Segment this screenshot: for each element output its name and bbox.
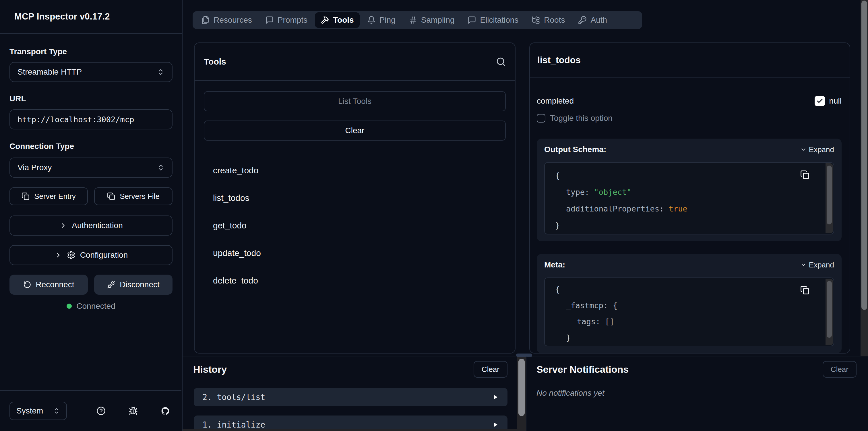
servers-file-button[interactable]: Servers File (94, 187, 173, 205)
connection-type-select[interactable]: Via Proxy (9, 157, 173, 178)
null-checkbox[interactable] (815, 96, 825, 106)
tools-panel-body: List Tools Clear create_todolist_todosge… (195, 81, 515, 295)
clear-tools-button[interactable]: Clear (204, 121, 506, 141)
sidebar: MCP Inspector v0.17.2 Transport Type Str… (0, 0, 183, 431)
tab-auth[interactable]: Auth (572, 12, 613, 28)
meta-expand-button[interactable]: Expand (800, 260, 834, 270)
connection-type-value: Via Proxy (18, 163, 52, 172)
tool-list: create_todolist_todosget_todoupdate_todo… (204, 157, 506, 295)
tool-item-get_todo[interactable]: get_todo (204, 212, 506, 239)
page-scrollbar-thumb[interactable] (861, 1, 867, 310)
message-square-icon (265, 16, 274, 24)
output-schema-expand-button[interactable]: Expand (800, 145, 834, 154)
tab-label: Auth (590, 16, 607, 25)
tool-item-update_todo[interactable]: update_todo (204, 239, 506, 267)
meta-header: Meta: Expand (544, 260, 834, 270)
code-scrollbar[interactable] (826, 163, 833, 233)
bottom-scrollbar-thumb[interactable] (518, 359, 525, 416)
bug-icon[interactable] (129, 406, 138, 415)
gear-icon (67, 251, 75, 259)
connected-dot-icon (67, 304, 72, 309)
tab-roots[interactable]: Roots (526, 12, 570, 28)
expand-label: Expand (809, 145, 834, 154)
code-lines: {type: "object"additionalProperties: tru… (555, 167, 834, 234)
tab-label: Tools (333, 16, 354, 25)
history-item[interactable]: 2. tools/list (194, 388, 507, 406)
meta-section: Meta: Expand {_fastmcp: {tags: []}} (537, 254, 842, 353)
theme-value: System (17, 406, 43, 415)
code-token-punct: } (555, 217, 560, 234)
code-token-punct: { (608, 298, 617, 314)
disconnect-button[interactable]: Disconnect (94, 275, 173, 295)
configuration-button[interactable]: Configuration (9, 245, 173, 265)
authentication-button[interactable]: Authentication (9, 216, 173, 236)
toggle-checkbox[interactable] (537, 114, 546, 123)
search-icon[interactable] (496, 57, 506, 67)
code-token-key: tags: (577, 314, 600, 330)
tool-item-delete_todo[interactable]: delete_todo (204, 267, 506, 295)
reconnect-label: Reconnect (36, 280, 74, 289)
server-entry-label: Server Entry (34, 192, 76, 201)
tab-sampling[interactable]: Sampling (403, 12, 460, 28)
chevron-down-icon (800, 146, 807, 153)
code-scrollbar-thumb[interactable] (827, 281, 832, 338)
bottom-vertical-scrollbar[interactable] (517, 357, 526, 431)
copy-icon[interactable] (800, 170, 809, 179)
tab-ping[interactable]: Ping (361, 12, 401, 28)
tab-elicitations[interactable]: Elicitations (462, 12, 524, 28)
chevrons-up-down-icon (157, 68, 164, 76)
entry-buttons-row: Server Entry Servers File (9, 187, 173, 205)
code-scrollbar[interactable] (826, 279, 833, 345)
chevron-right-icon (59, 221, 67, 229)
message-square-icon (468, 16, 476, 24)
code-token-key: _fastmcp: (566, 298, 608, 314)
tab-resources[interactable]: Resources (195, 12, 258, 28)
copy-icon[interactable] (800, 285, 809, 295)
code-lines: {_fastmcp: {tags: []}} (555, 281, 834, 346)
history-panel: History Clear 2. tools/list1. initialize (183, 356, 517, 431)
tab-tools[interactable]: Tools (315, 12, 360, 28)
tab-label: Sampling (421, 16, 455, 25)
list-tools-button[interactable]: List Tools (204, 91, 506, 111)
code-line: } (555, 217, 834, 234)
code-scrollbar-thumb[interactable] (827, 165, 832, 224)
github-icon[interactable] (161, 406, 170, 415)
tab-label: Elicitations (480, 16, 518, 25)
code-line: { (555, 167, 834, 184)
history-header: History Clear (183, 357, 517, 378)
param-value-group: null (815, 96, 842, 106)
toggle-option-row[interactable]: Toggle this option (537, 114, 842, 123)
connected-label: Connected (76, 302, 115, 311)
theme-select[interactable]: System (9, 402, 67, 420)
server-notifications-header: Server Notifications Clear (526, 357, 868, 378)
output-schema-header: Output Schema: Expand (544, 145, 834, 154)
tool-item-list_todos[interactable]: list_todos (204, 184, 506, 212)
horizontal-scrollbar[interactable] (183, 429, 517, 431)
server-entry-button[interactable]: Server Entry (9, 187, 88, 205)
footer-icons (96, 406, 170, 415)
expand-triangle-icon (492, 394, 499, 401)
transport-type-label: Transport Type (9, 47, 173, 56)
copy-icon (22, 192, 30, 200)
code-token-punct (664, 201, 669, 217)
output-schema-section: Output Schema: Expand {type: "object"add… (537, 138, 842, 241)
chevrons-up-down-icon (53, 407, 60, 414)
reconnect-button[interactable]: Reconnect (9, 275, 88, 295)
history-clear-button[interactable]: Clear (474, 361, 507, 378)
transport-type-select[interactable]: Streamable HTTP (9, 62, 173, 82)
help-icon[interactable] (96, 406, 105, 415)
tools-panel-title: Tools (204, 57, 226, 67)
sidebar-footer: System (0, 390, 181, 431)
check-icon (816, 98, 823, 104)
page-vertical-scrollbar[interactable] (861, 0, 868, 357)
notifications-clear-button[interactable]: Clear (823, 361, 857, 378)
tool-item-create_todo[interactable]: create_todo (204, 157, 506, 184)
url-input[interactable] (9, 109, 173, 129)
expand-label: Expand (809, 260, 834, 270)
tab-prompts[interactable]: Prompts (259, 12, 313, 28)
tool-detail-body: completed null Toggle this option Output… (530, 78, 849, 353)
meta-title: Meta: (544, 260, 565, 270)
code-token-punct (589, 184, 594, 201)
code-token-key: type: (566, 184, 589, 201)
tab-label: Resources (214, 16, 252, 25)
